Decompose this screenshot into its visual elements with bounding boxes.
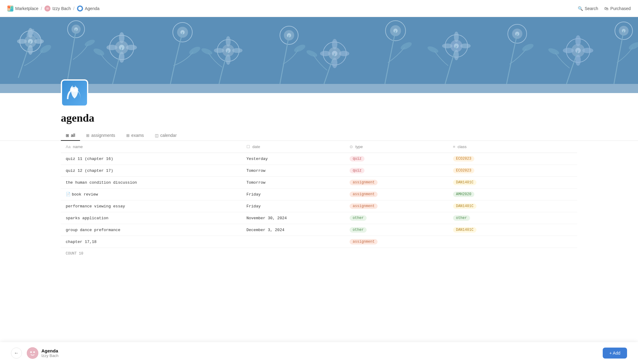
table-body: quiz 11 (chapter 16)YesterdayquizECO2023… <box>61 153 577 260</box>
purchased-nav-item[interactable]: 🛍 Purchased <box>604 6 631 11</box>
cell-class <box>448 236 577 248</box>
cell-class: ECO2023 <box>448 153 577 165</box>
table-row[interactable]: sparks applicationNovember 30, 2024other… <box>61 212 577 224</box>
nav-user[interactable]: IB Izzy Bach <box>44 5 71 12</box>
col-header-name[interactable]: Aa name <box>61 141 242 153</box>
table-row[interactable]: quiz 11 (chapter 16)YesterdayquizECO2023 <box>61 153 577 165</box>
cell-name: sparks application <box>61 212 242 224</box>
tab-exams[interactable]: ⊞ exams <box>121 130 149 141</box>
nav-marketplace[interactable]: Marketplace <box>7 5 38 12</box>
tab-all[interactable]: ⊞ all <box>61 130 80 141</box>
svg-rect-3 <box>11 9 12 11</box>
tabs-container: ⊞ all ⊞ assignments ⊞ exams ◫ calendar <box>0 124 638 141</box>
tab-assignments[interactable]: ⊞ assignments <box>81 130 120 141</box>
table-row[interactable]: group dance preformanceDecember 3, 2024o… <box>61 224 577 236</box>
cell-type: assignment <box>345 236 448 248</box>
type-badge: assignment <box>350 239 378 244</box>
type-badge: assignment <box>350 180 378 185</box>
top-nav: Marketplace / IB Izzy Bach / Agenda 🔍 Se… <box>0 0 638 17</box>
cell-name: group dance preformance <box>61 224 242 236</box>
col-date-label: date <box>253 144 260 149</box>
cell-class: other <box>448 212 577 224</box>
cell-class: DAN1401C <box>448 200 577 212</box>
tab-assignments-icon: ⊞ <box>86 133 89 138</box>
breadcrumb-sep-2: / <box>73 6 75 11</box>
cell-type: assignment <box>345 189 448 200</box>
type-badge: assignment <box>350 192 378 197</box>
cell-name: 📄book review <box>61 189 242 200</box>
cell-type: assignment <box>345 177 448 189</box>
tab-calendar[interactable]: ◫ calendar <box>150 130 182 141</box>
table-row[interactable]: performance viewing essayFridayassignmen… <box>61 200 577 212</box>
svg-point-75 <box>575 35 581 46</box>
count-row: COUNT 10 <box>61 248 577 260</box>
svg-point-77 <box>563 48 574 53</box>
svg-rect-1 <box>11 6 12 8</box>
table-row[interactable]: the human condition discussionTomorrowas… <box>61 177 577 189</box>
marketplace-label: Marketplace <box>15 6 38 11</box>
col-class-icon: ≡ <box>453 144 455 149</box>
cell-class: AMH2020 <box>448 189 577 200</box>
class-badge: other <box>453 215 470 221</box>
tab-exams-icon: ⊞ <box>126 133 130 138</box>
cell-class: ECO2023 <box>448 165 577 177</box>
cell-date: Tomorrow <box>242 165 345 177</box>
cell-name: chapter 17,18 <box>61 236 242 248</box>
col-header-date[interactable]: ☐ date <box>242 141 345 153</box>
search-nav-item[interactable]: 🔍 Search <box>578 6 598 11</box>
cell-name: quiz 12 (chapter 17) <box>61 165 242 177</box>
tab-all-icon: ⊞ <box>66 133 69 138</box>
svg-point-63 <box>226 36 231 47</box>
col-header-class[interactable]: ≡ class <box>448 141 577 153</box>
cell-class: DAN1401C <box>448 224 577 236</box>
col-class-label: class <box>458 144 467 149</box>
type-badge: assignment <box>350 203 378 209</box>
agenda-nav-label: Agenda <box>85 6 99 11</box>
svg-point-60 <box>119 52 124 63</box>
svg-point-64 <box>226 54 231 65</box>
svg-point-72 <box>454 50 459 60</box>
col-name-label: name <box>73 144 83 149</box>
col-type-icon: ⊙ <box>350 144 353 149</box>
svg-point-66 <box>232 48 242 53</box>
type-badge: quiz <box>350 156 364 161</box>
svg-point-55 <box>17 39 27 44</box>
col-header-type[interactable]: ⊙ type <box>345 141 448 153</box>
nav-agenda[interactable]: Agenda <box>77 5 99 12</box>
table-row[interactable]: quiz 12 (chapter 17)TomorrowquizECO2023 <box>61 165 577 177</box>
user-label: Izzy Bach <box>52 6 71 11</box>
purchased-label: Purchased <box>610 6 631 11</box>
type-badge: other <box>350 227 367 233</box>
svg-point-62 <box>126 45 137 50</box>
marketplace-icon <box>7 5 13 12</box>
nav-right: 🔍 Search 🛍 Purchased <box>578 6 631 11</box>
cell-type: assignment <box>345 200 448 212</box>
class-badge: ECO2023 <box>453 168 474 173</box>
svg-point-65 <box>214 48 224 53</box>
table-row[interactable]: chapter 17,18assignment <box>61 236 577 248</box>
table-row[interactable]: 📄book reviewFridayassignmentAMH2020 <box>61 189 577 200</box>
col-name-icon: Aa <box>66 144 71 149</box>
cell-class: DAN1401C <box>448 177 577 189</box>
purchased-icon: 🛍 <box>604 6 608 11</box>
svg-point-56 <box>34 39 44 44</box>
cell-type: other <box>345 212 448 224</box>
col-type-label: type <box>355 144 363 149</box>
class-badge: AMH2020 <box>453 192 474 197</box>
tab-calendar-label: calendar <box>160 133 177 138</box>
cell-name: performance viewing essay <box>61 200 242 212</box>
svg-point-71 <box>454 32 459 42</box>
cell-date: Friday <box>242 200 345 212</box>
svg-rect-0 <box>8 6 10 8</box>
table-container: Aa name ☐ date ⊙ type ≡ class <box>0 141 638 259</box>
svg-point-54 <box>28 45 33 55</box>
tab-exams-label: exams <box>131 133 144 138</box>
data-table: Aa name ☐ date ⊙ type ≡ class <box>61 141 577 259</box>
doc-icon: 📄 <box>66 192 71 197</box>
breadcrumb-sep-1: / <box>41 6 42 11</box>
svg-point-70 <box>339 51 349 56</box>
svg-point-67 <box>332 39 337 49</box>
cell-date: December 3, 2024 <box>242 224 345 236</box>
cell-date: Tomorrow <box>242 177 345 189</box>
cell-date: Yesterday <box>242 153 345 165</box>
